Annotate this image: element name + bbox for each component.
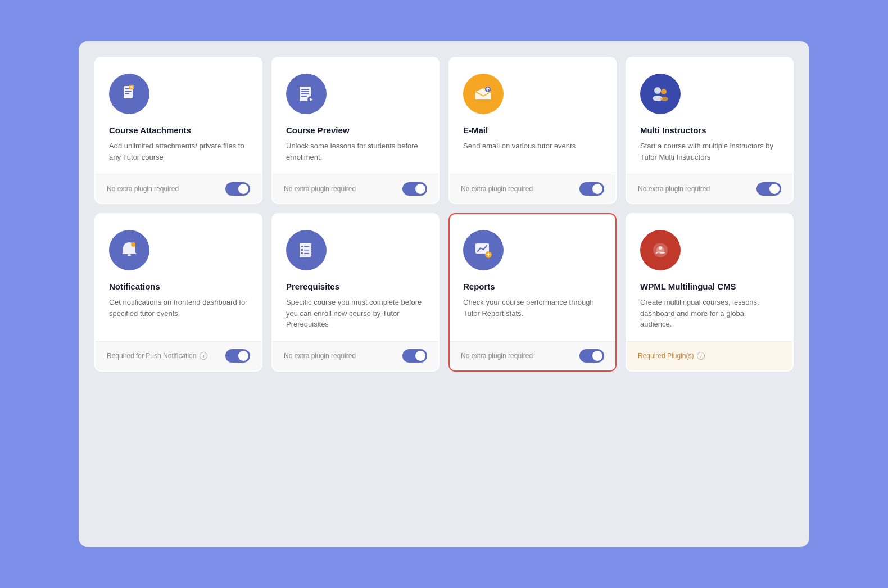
card-desc-course-preview: Unlock some lessons for students before … [286,141,425,162]
svg-rect-3 [125,93,129,94]
icon-attachment [109,74,149,114]
footer-label-wpml: Required Plugin(s) i [638,352,705,360]
icon-wpml [640,230,681,270]
svg-rect-22 [304,246,309,247]
svg-point-19 [131,242,135,247]
card-title-reports: Reports [463,282,602,291]
card-prerequisites: Prerequisites Specific course you must c… [271,213,440,372]
footer-label-prerequisites: No extra plugin required [284,352,356,360]
svg-rect-2 [125,91,132,92]
footer-label-course-attachments: No extra plugin required [107,185,179,193]
addon-toggle-multi-instructors[interactable] [756,182,781,196]
card-footer-prerequisites: No extra plugin required [273,341,438,370]
info-icon[interactable]: i [200,352,207,360]
footer-label-email: No extra plugin required [461,185,533,193]
card-reports: Reports Check your course performance th… [448,213,617,372]
card-footer-wpml: Required Plugin(s) i [627,341,792,370]
addon-toggle-email[interactable] [579,182,604,196]
card-title-multi-instructors: Multi Instructors [640,125,779,135]
svg-rect-8 [301,91,309,92]
svg-point-34 [659,246,662,250]
card-desc-email: Send email on various tutor events [463,141,602,152]
svg-rect-26 [304,253,309,254]
card-body-email: E-Mail Send email on various tutor event… [450,58,615,174]
card-body-reports: Reports Check your course performance th… [450,214,615,341]
svg-rect-23 [301,249,303,251]
svg-rect-9 [301,93,309,94]
card-desc-prerequisites: Specific course you must complete before… [286,297,425,330]
icon-reports [463,230,504,270]
card-footer-notifications: Required for Push Notification i [96,341,261,370]
card-title-course-preview: Course Preview [286,125,425,135]
footer-label-reports: No extra plugin required [461,352,533,360]
svg-rect-24 [304,250,309,251]
card-body-wpml: WPML Multilingual CMS Create multilingua… [627,214,792,341]
card-title-wpml: WPML Multilingual CMS [640,282,779,291]
info-icon[interactable]: i [697,352,705,360]
card-multi-instructors: Multi Instructors Start a course with mu… [626,57,794,204]
card-title-course-attachments: Course Attachments [109,125,248,135]
card-desc-course-attachments: Add unlimited attachments/ private files… [109,141,248,162]
svg-point-17 [660,97,668,101]
addon-grid: Course Attachments Add unlimited attachm… [94,57,794,372]
card-body-course-preview: Course Preview Unlock some lessons for s… [273,58,438,174]
card-title-notifications: Notifications [109,282,248,291]
footer-label-multi-instructors: No extra plugin required [638,185,710,193]
card-wpml: WPML Multilingual CMS Create multilingua… [626,213,794,372]
icon-instructors [640,74,681,114]
footer-label-course-preview: No extra plugin required [284,185,356,193]
svg-rect-25 [301,252,303,254]
main-container: Course Attachments Add unlimited attachm… [79,41,809,547]
card-desc-notifications: Get notifications on frontend dashboard … [109,297,248,319]
svg-rect-10 [301,96,307,97]
svg-point-15 [661,89,667,94]
svg-rect-7 [301,89,309,90]
card-body-prerequisites: Prerequisites Specific course you must c… [273,214,438,341]
svg-rect-5 [130,86,133,88]
addon-toggle-course-attachments[interactable] [225,182,250,196]
card-body-notifications: Notifications Get notifications on front… [96,214,261,341]
card-course-preview: Course Preview Unlock some lessons for s… [271,57,440,204]
card-footer-email: No extra plugin required [450,174,615,203]
footer-label-notifications: Required for Push Notification i [107,352,207,360]
icon-notification [109,230,149,270]
card-body-multi-instructors: Multi Instructors Start a course with mu… [627,58,792,174]
icon-preview [286,74,327,114]
card-course-attachments: Course Attachments Add unlimited attachm… [94,57,262,204]
card-footer-course-attachments: No extra plugin required [96,174,261,203]
svg-rect-21 [301,246,303,247]
addon-toggle-notifications[interactable] [225,349,250,363]
card-notifications: Notifications Get notifications on front… [94,213,262,372]
svg-point-14 [654,87,661,94]
card-title-prerequisites: Prerequisites [286,282,425,291]
card-desc-wpml: Create multilingual courses, lessons, da… [640,297,779,330]
card-footer-reports: No extra plugin required [450,341,615,370]
card-body-course-attachments: Course Attachments Add unlimited attachm… [96,58,261,174]
card-footer-course-preview: No extra plugin required [273,174,438,203]
card-title-email: E-Mail [463,125,602,135]
icon-prerequisites [286,230,327,270]
svg-rect-18 [128,254,131,256]
addon-toggle-prerequisites[interactable] [402,349,427,363]
addon-toggle-course-preview[interactable] [402,182,427,196]
addon-toggle-reports[interactable] [579,349,604,363]
card-desc-reports: Check your course performance through Tu… [463,297,602,319]
card-footer-multi-instructors: No extra plugin required [627,174,792,203]
card-email: E-Mail Send email on various tutor event… [448,57,617,204]
icon-email [463,74,504,114]
card-desc-multi-instructors: Start a course with multiple instructors… [640,141,779,162]
